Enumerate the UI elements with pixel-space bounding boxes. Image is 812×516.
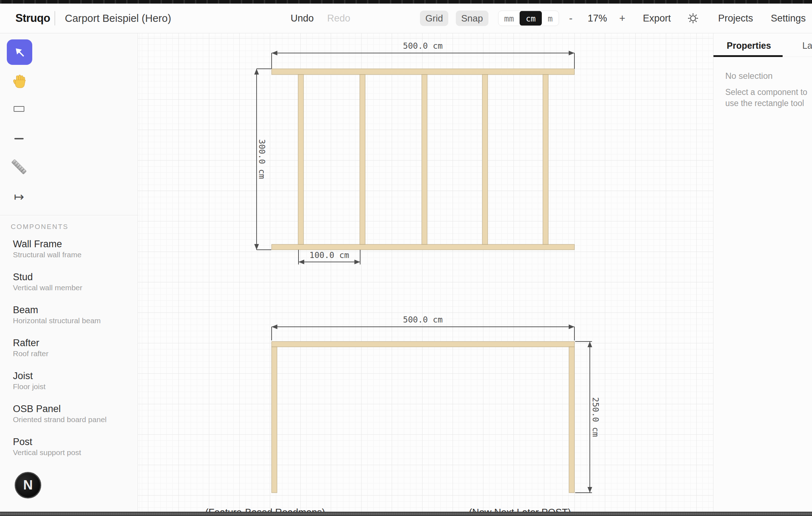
select-tool-button-active[interactable] bbox=[7, 39, 32, 65]
dimension-width bbox=[272, 327, 574, 340]
component-description: Vertical support post bbox=[13, 448, 133, 457]
component-description: Floor joist bbox=[13, 382, 133, 391]
wall-frame-bottom-plate[interactable] bbox=[272, 244, 574, 250]
component-item-stud[interactable]: Stud Vertical wall member bbox=[13, 271, 133, 304]
stud-spacing-label: 100.0 cm bbox=[310, 250, 349, 260]
left-sidebar: ↦ COMPONENTS Wall Frame Structural wall … bbox=[0, 33, 138, 516]
panel-tab-bar: Properties La bbox=[713, 33, 812, 57]
component-item-wall-frame[interactable]: Wall Frame Structural wall frame bbox=[13, 238, 133, 271]
component-description: Horizontal structural beam bbox=[13, 316, 133, 325]
tab-layers[interactable]: La bbox=[802, 40, 812, 51]
wall-frame-stud[interactable] bbox=[422, 75, 427, 244]
beam[interactable] bbox=[272, 341, 574, 347]
snap-toggle-button[interactable]: Snap bbox=[456, 11, 488, 26]
line-tool-button[interactable] bbox=[14, 138, 24, 139]
wall-frame-stud[interactable] bbox=[482, 75, 488, 244]
no-selection-status: No selection bbox=[725, 71, 773, 81]
rectangle-tool-button[interactable] bbox=[14, 106, 24, 112]
component-library-list: Wall Frame Structural wall frame Stud Ve… bbox=[13, 238, 133, 469]
wall-frame-drawing: 500.0 cm 300.0 cm 100.0 cm bbox=[254, 41, 575, 264]
component-item-osb-panel[interactable]: OSB Panel Oriented strand board panel bbox=[13, 403, 133, 436]
wall-frame-height-label: 300.0 cm bbox=[257, 139, 267, 179]
unit-cm-option-active[interactable]: cm bbox=[520, 11, 542, 26]
arrowhead bbox=[354, 260, 360, 264]
arrowhead bbox=[298, 260, 304, 264]
arrowhead bbox=[254, 69, 259, 75]
arrowhead bbox=[569, 325, 574, 329]
wall-frame-top-plate[interactable] bbox=[272, 69, 574, 75]
arrowhead bbox=[588, 487, 592, 493]
dimension-width bbox=[272, 53, 574, 69]
wall-frame-width-label: 500.0 cm bbox=[403, 41, 443, 51]
component-item-beam[interactable]: Beam Horizontal structural beam bbox=[13, 304, 133, 337]
selection-hint-line2: use the rectangle tool bbox=[725, 99, 804, 108]
component-description: Oriented strand board panel bbox=[13, 415, 133, 424]
post-beam-height-label: 250.0 cm bbox=[591, 397, 600, 437]
component-name: OSB Panel bbox=[13, 403, 133, 415]
component-name: Rafter bbox=[13, 337, 133, 349]
app-logo: Struqo bbox=[15, 12, 50, 25]
properties-panel: Properties La No selection Select a comp… bbox=[713, 33, 812, 516]
sidebar-divider bbox=[0, 215, 138, 215]
settings-button[interactable]: Settings bbox=[771, 13, 806, 24]
user-avatar[interactable]: N bbox=[15, 472, 41, 498]
measure-tool-button[interactable]: ↦ bbox=[11, 190, 27, 204]
wall-frame-stud[interactable] bbox=[360, 75, 365, 244]
component-item-post[interactable]: Post Vertical support post bbox=[13, 436, 133, 469]
grid-toggle-button[interactable]: Grid bbox=[420, 11, 448, 26]
zoom-in-button[interactable]: + bbox=[619, 13, 625, 24]
wall-frame-stud[interactable] bbox=[543, 75, 548, 244]
export-button[interactable]: Export bbox=[643, 13, 671, 24]
ruler-tool-button[interactable] bbox=[11, 159, 27, 175]
component-name: Wall Frame bbox=[13, 238, 133, 250]
zoom-level-indicator: 17% bbox=[588, 13, 607, 24]
post-left[interactable] bbox=[272, 347, 277, 493]
redo-button[interactable]: Redo bbox=[327, 13, 350, 24]
component-name: Post bbox=[13, 436, 133, 448]
component-name: Stud bbox=[13, 271, 133, 283]
arrowhead bbox=[272, 325, 277, 329]
hand-icon bbox=[11, 73, 27, 89]
window-bottom-edge bbox=[0, 512, 812, 516]
component-description: Roof rafter bbox=[13, 349, 133, 358]
projects-button[interactable]: Projects bbox=[718, 13, 753, 24]
app-window: Struqo Carport Beispiel (Hero) Undo Redo… bbox=[0, 0, 812, 516]
canvas-drawings: 500.0 cm 300.0 cm 100.0 cm bbox=[138, 33, 713, 516]
unit-m-option[interactable]: m bbox=[542, 11, 559, 26]
component-item-rafter[interactable]: Rafter Roof rafter bbox=[13, 337, 133, 370]
arrowhead bbox=[254, 244, 259, 250]
post-beam-width-label: 500.0 cm bbox=[403, 315, 443, 324]
drawing-canvas[interactable]: 500.0 cm 300.0 cm 100.0 cm bbox=[138, 33, 713, 516]
cursor-arrow-icon bbox=[12, 44, 28, 60]
selection-hint-line1: Select a component to bbox=[725, 87, 807, 97]
component-name: Beam bbox=[13, 304, 133, 316]
post-right[interactable] bbox=[569, 347, 574, 493]
undo-button[interactable]: Undo bbox=[291, 13, 314, 24]
toolbar-divider bbox=[54, 11, 55, 25]
window-top-edge bbox=[0, 0, 812, 4]
components-section-header: COMPONENTS bbox=[11, 223, 68, 231]
component-description: Vertical wall member bbox=[13, 283, 133, 292]
arrowhead bbox=[588, 341, 592, 347]
theme-sun-icon[interactable] bbox=[687, 13, 699, 24]
unit-selector: mm cm m bbox=[498, 11, 559, 26]
arrowhead bbox=[569, 51, 574, 56]
component-description: Structural wall frame bbox=[13, 250, 133, 259]
unit-mm-option[interactable]: mm bbox=[498, 11, 520, 26]
arrowhead bbox=[272, 51, 277, 56]
active-tab-underline bbox=[713, 55, 783, 57]
zoom-out-button[interactable]: - bbox=[569, 13, 573, 24]
top-toolbar: Struqo Carport Beispiel (Hero) Undo Redo… bbox=[0, 4, 812, 33]
post-beam-drawing: 500.0 cm 250.0 cm bbox=[272, 315, 600, 493]
component-name: Joist bbox=[13, 370, 133, 382]
component-item-joist[interactable]: Joist Floor joist bbox=[13, 370, 133, 403]
dimension-height bbox=[575, 341, 592, 493]
tab-properties[interactable]: Properties bbox=[727, 40, 771, 51]
pan-hand-tool-button[interactable] bbox=[11, 73, 27, 89]
document-title: Carport Beispiel (Hero) bbox=[65, 13, 171, 24]
wall-frame-stud[interactable] bbox=[298, 75, 304, 244]
